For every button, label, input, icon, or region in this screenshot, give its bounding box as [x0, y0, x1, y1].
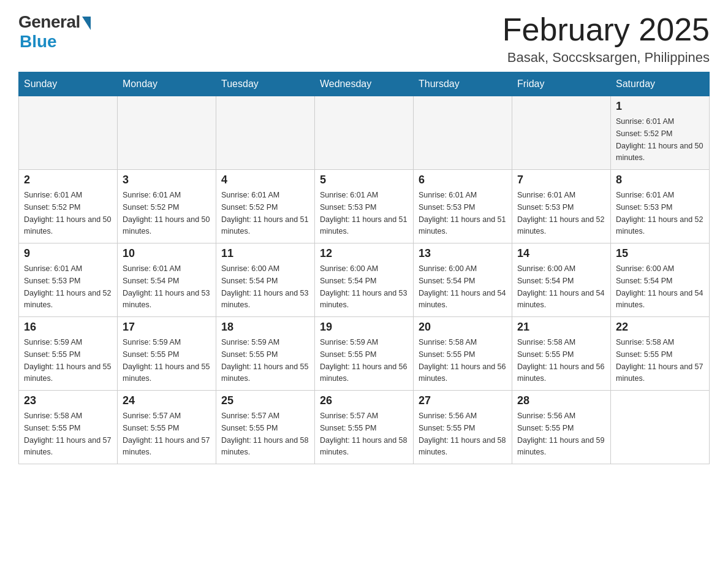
calendar-week-row: 2 Sunrise: 6:01 AMSunset: 5:52 PMDayligh…	[19, 170, 710, 243]
day-number: 16	[24, 321, 112, 334]
day-number: 8	[616, 174, 704, 186]
day-number: 22	[616, 321, 704, 334]
day-info: Sunrise: 6:01 AMSunset: 5:53 PMDaylight:…	[320, 191, 407, 236]
day-info: Sunrise: 5:57 AMSunset: 5:55 PMDaylight:…	[221, 412, 308, 456]
day-number: 3	[123, 174, 211, 186]
day-number: 12	[320, 247, 408, 260]
day-number: 18	[221, 321, 309, 334]
day-info: Sunrise: 6:01 AMSunset: 5:53 PMDaylight:…	[419, 191, 506, 236]
day-info: Sunrise: 5:57 AMSunset: 5:55 PMDaylight:…	[320, 412, 407, 456]
calendar-day-cell: 15 Sunrise: 6:00 AMSunset: 5:54 PMDaylig…	[611, 243, 710, 317]
day-info: Sunrise: 6:01 AMSunset: 5:53 PMDaylight:…	[517, 191, 604, 236]
day-info: Sunrise: 6:00 AMSunset: 5:54 PMDaylight:…	[419, 264, 506, 309]
day-info: Sunrise: 5:56 AMSunset: 5:55 PMDaylight:…	[517, 412, 604, 456]
calendar-body: 1 Sunrise: 6:01 AMSunset: 5:52 PMDayligh…	[19, 96, 710, 464]
calendar-day-cell	[216, 96, 315, 170]
day-number: 13	[419, 247, 507, 260]
calendar-day-cell: 25 Sunrise: 5:57 AMSunset: 5:55 PMDaylig…	[216, 391, 315, 464]
calendar-day-cell: 16 Sunrise: 5:59 AMSunset: 5:55 PMDaylig…	[19, 317, 118, 391]
calendar-day-cell	[118, 96, 216, 170]
day-info: Sunrise: 6:01 AMSunset: 5:52 PMDaylight:…	[24, 191, 111, 236]
day-number: 17	[123, 321, 211, 334]
calendar-day-cell: 17 Sunrise: 5:59 AMSunset: 5:55 PMDaylig…	[118, 317, 216, 391]
calendar-day-cell: 9 Sunrise: 6:01 AMSunset: 5:53 PMDayligh…	[19, 243, 118, 317]
calendar-day-cell: 10 Sunrise: 6:01 AMSunset: 5:54 PMDaylig…	[118, 243, 216, 317]
header-tuesday: Tuesday	[216, 72, 315, 96]
day-number: 27	[419, 394, 507, 407]
day-info: Sunrise: 5:59 AMSunset: 5:55 PMDaylight:…	[123, 338, 210, 383]
day-info: Sunrise: 5:59 AMSunset: 5:55 PMDaylight:…	[320, 338, 407, 383]
calendar-day-cell: 8 Sunrise: 6:01 AMSunset: 5:53 PMDayligh…	[611, 170, 710, 243]
calendar-day-cell: 23 Sunrise: 5:58 AMSunset: 5:55 PMDaylig…	[19, 391, 118, 464]
day-number: 23	[24, 394, 112, 407]
calendar-table: Sunday Monday Tuesday Wednesday Thursday…	[18, 72, 710, 464]
month-title: February 2025	[502, 12, 710, 47]
day-info: Sunrise: 6:01 AMSunset: 5:52 PMDaylight:…	[221, 191, 308, 236]
page-header: General Blue February 2025 Basak, Soccsk…	[18, 12, 710, 66]
day-number: 6	[419, 174, 507, 186]
day-info: Sunrise: 6:01 AMSunset: 5:52 PMDaylight:…	[616, 117, 703, 162]
calendar-day-cell	[19, 96, 118, 170]
calendar-day-cell: 14 Sunrise: 6:00 AMSunset: 5:54 PMDaylig…	[512, 243, 611, 317]
header-wednesday: Wednesday	[315, 72, 414, 96]
title-section: February 2025 Basak, Soccsksargen, Phili…	[502, 12, 710, 66]
day-info: Sunrise: 5:58 AMSunset: 5:55 PMDaylight:…	[517, 338, 604, 383]
header-sunday: Sunday	[19, 72, 118, 96]
day-info: Sunrise: 6:00 AMSunset: 5:54 PMDaylight:…	[320, 264, 407, 309]
day-number: 9	[24, 247, 112, 260]
calendar-day-cell: 7 Sunrise: 6:01 AMSunset: 5:53 PMDayligh…	[512, 170, 611, 243]
day-number: 25	[221, 394, 309, 407]
calendar-day-cell	[611, 391, 710, 464]
calendar-day-cell: 3 Sunrise: 6:01 AMSunset: 5:52 PMDayligh…	[118, 170, 216, 243]
day-number: 26	[320, 394, 408, 407]
calendar-day-cell: 4 Sunrise: 6:01 AMSunset: 5:52 PMDayligh…	[216, 170, 315, 243]
day-number: 19	[320, 321, 408, 334]
day-info: Sunrise: 5:59 AMSunset: 5:55 PMDaylight:…	[24, 338, 111, 383]
day-info: Sunrise: 5:58 AMSunset: 5:55 PMDaylight:…	[24, 412, 111, 456]
day-number: 28	[517, 394, 605, 407]
header-saturday: Saturday	[611, 72, 710, 96]
calendar-day-cell: 18 Sunrise: 5:59 AMSunset: 5:55 PMDaylig…	[216, 317, 315, 391]
day-number: 20	[419, 321, 507, 334]
logo-arrow-icon	[82, 17, 91, 30]
day-info: Sunrise: 6:01 AMSunset: 5:54 PMDaylight:…	[123, 264, 210, 309]
calendar-week-row: 9 Sunrise: 6:01 AMSunset: 5:53 PMDayligh…	[19, 243, 710, 317]
calendar-day-cell: 19 Sunrise: 5:59 AMSunset: 5:55 PMDaylig…	[315, 317, 414, 391]
day-number: 10	[123, 247, 211, 260]
calendar-day-cell: 12 Sunrise: 6:00 AMSunset: 5:54 PMDaylig…	[315, 243, 414, 317]
day-info: Sunrise: 6:00 AMSunset: 5:54 PMDaylight:…	[616, 264, 703, 309]
calendar-day-cell: 2 Sunrise: 6:01 AMSunset: 5:52 PMDayligh…	[19, 170, 118, 243]
location-title: Basak, Soccsksargen, Philippines	[502, 50, 710, 66]
calendar-day-cell: 24 Sunrise: 5:57 AMSunset: 5:55 PMDaylig…	[118, 391, 216, 464]
calendar-week-row: 23 Sunrise: 5:58 AMSunset: 5:55 PMDaylig…	[19, 391, 710, 464]
day-info: Sunrise: 6:01 AMSunset: 5:52 PMDaylight:…	[123, 191, 210, 236]
day-info: Sunrise: 6:01 AMSunset: 5:53 PMDaylight:…	[24, 264, 111, 309]
weekday-header-row: Sunday Monday Tuesday Wednesday Thursday…	[19, 72, 710, 96]
calendar-day-cell: 13 Sunrise: 6:00 AMSunset: 5:54 PMDaylig…	[414, 243, 512, 317]
calendar-week-row: 16 Sunrise: 5:59 AMSunset: 5:55 PMDaylig…	[19, 317, 710, 391]
calendar-day-cell	[512, 96, 611, 170]
day-number: 11	[221, 247, 309, 260]
day-info: Sunrise: 5:58 AMSunset: 5:55 PMDaylight:…	[616, 338, 703, 383]
header-friday: Friday	[512, 72, 611, 96]
day-info: Sunrise: 5:58 AMSunset: 5:55 PMDaylight:…	[419, 338, 506, 383]
header-monday: Monday	[118, 72, 216, 96]
calendar-day-cell	[315, 96, 414, 170]
calendar-day-cell: 28 Sunrise: 5:56 AMSunset: 5:55 PMDaylig…	[512, 391, 611, 464]
day-number: 2	[24, 174, 112, 186]
calendar-day-cell: 11 Sunrise: 6:00 AMSunset: 5:54 PMDaylig…	[216, 243, 315, 317]
logo: General Blue	[18, 12, 91, 52]
day-number: 7	[517, 174, 605, 186]
calendar-day-cell: 1 Sunrise: 6:01 AMSunset: 5:52 PMDayligh…	[611, 96, 710, 170]
calendar-day-cell: 20 Sunrise: 5:58 AMSunset: 5:55 PMDaylig…	[414, 317, 512, 391]
day-info: Sunrise: 6:00 AMSunset: 5:54 PMDaylight:…	[221, 264, 308, 309]
day-info: Sunrise: 5:56 AMSunset: 5:55 PMDaylight:…	[419, 412, 506, 456]
logo-general-text: General	[18, 12, 80, 32]
calendar-day-cell	[414, 96, 512, 170]
day-number: 21	[517, 321, 605, 334]
calendar-header: Sunday Monday Tuesday Wednesday Thursday…	[19, 72, 710, 96]
day-number: 15	[616, 247, 704, 260]
day-info: Sunrise: 5:57 AMSunset: 5:55 PMDaylight:…	[123, 412, 210, 456]
day-number: 4	[221, 174, 309, 186]
calendar-week-row: 1 Sunrise: 6:01 AMSunset: 5:52 PMDayligh…	[19, 96, 710, 170]
